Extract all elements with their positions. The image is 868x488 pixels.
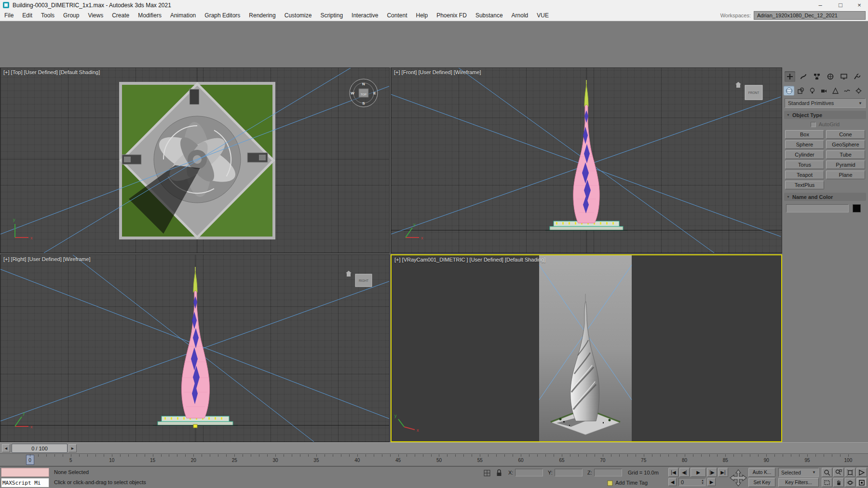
viewcube-top-face[interactable]: TOP <box>361 93 366 96</box>
add-time-tag-label[interactable]: Add Time Tag <box>615 480 648 486</box>
category-systems[interactable] <box>853 86 864 95</box>
transform-typein-mode-icon[interactable] <box>483 469 491 477</box>
viewport-front[interactable]: FRONT x y [+] [Front] [User Defined] [Wi… <box>391 67 782 253</box>
view-compass[interactable]: TOP N E S W <box>350 79 378 107</box>
torus-button[interactable]: Torus <box>785 160 824 169</box>
category-shapes[interactable] <box>795 86 806 95</box>
rollout-name-and-color[interactable]: ▼ Name and Color <box>784 193 866 201</box>
current-frame-field[interactable]: 0 ▲▼ <box>678 478 705 486</box>
geosphere-button[interactable]: GeoSphere <box>826 140 865 149</box>
go-to-start-button[interactable]: |◀ <box>668 468 678 477</box>
time-slider-handle[interactable]: 0 / 100 <box>12 444 68 453</box>
x-coordinate-field[interactable] <box>515 469 543 476</box>
category-geometry[interactable] <box>784 86 794 95</box>
menu-rendering[interactable]: Rendering <box>244 11 280 20</box>
menu-content[interactable]: Content <box>382 11 411 20</box>
compass-north[interactable]: N <box>362 82 365 86</box>
time-slider-next-button[interactable]: ▶ <box>68 444 77 452</box>
track-bar[interactable]: 0 5 10 15 20 25 30 35 40 45 50 55 60 65 … <box>0 454 868 466</box>
zoom-all-icon[interactable] <box>833 468 844 477</box>
key-filters-button[interactable]: Key Filters... <box>778 478 819 487</box>
category-cameras[interactable] <box>818 86 829 95</box>
maxscript-macro-recorder[interactable] <box>1 468 49 477</box>
field-of-view-icon[interactable] <box>856 468 867 477</box>
selection-lock-icon[interactable] <box>496 469 502 477</box>
tab-hierarchy[interactable] <box>812 71 822 82</box>
play-button[interactable]: ▶ <box>691 468 706 477</box>
category-spacewarps[interactable] <box>841 86 852 95</box>
key-filter-dropdown[interactable]: Selected▼ <box>778 468 819 477</box>
menu-customize[interactable]: Customize <box>280 11 316 20</box>
menu-arnold[interactable]: Arnold <box>507 11 533 20</box>
zoom-region-icon[interactable] <box>822 478 832 487</box>
viewport-right[interactable]: RIGHT x y [+] [Right] [User Defined] [Wi… <box>0 254 390 442</box>
zoom-extents-icon[interactable] <box>845 468 855 477</box>
close-button[interactable]: × <box>851 0 868 10</box>
viewport-top[interactable]: TOP N E S W x y [+] [Top] [User Defined]… <box>0 67 390 253</box>
plane-button[interactable]: Plane <box>826 171 865 179</box>
viewport-camera[interactable]: x y [+] [VRayCam001_DIMETRIC ] [User Def… <box>391 254 782 442</box>
menu-vue[interactable]: VUE <box>532 11 553 20</box>
menu-create[interactable]: Create <box>108 11 134 20</box>
object-name-field[interactable] <box>786 204 849 212</box>
previous-frame-button[interactable]: ◀| <box>679 468 690 477</box>
time-slider-bar[interactable]: ◀ 0 / 100 ▶ <box>0 442 868 454</box>
frame-spinner[interactable]: ▲▼ <box>701 479 704 485</box>
menu-graph-editors[interactable]: Graph Editors <box>200 11 244 20</box>
maxscript-mini-listener[interactable]: MAXScript Mi <box>1 478 49 488</box>
textplus-button[interactable]: TextPlus <box>785 181 824 189</box>
teapot-button[interactable]: Teapot <box>785 171 824 179</box>
add-time-tag-icon[interactable] <box>607 480 613 487</box>
menu-substance[interactable]: Substance <box>471 11 507 20</box>
frame-back-button[interactable]: ◀ <box>668 478 677 486</box>
cone-button[interactable]: Cone <box>826 130 865 139</box>
pyramid-button[interactable]: Pyramid <box>826 160 865 169</box>
viewport-label[interactable]: [+] [VRayCam001_DIMETRIC ] [User Defined… <box>394 257 545 263</box>
zoom-icon[interactable] <box>822 468 832 477</box>
z-coordinate-field[interactable] <box>594 469 622 476</box>
tab-utilities[interactable] <box>852 71 863 82</box>
viewcube-home-icon[interactable] <box>346 271 352 277</box>
viewcube[interactable]: FRONT <box>735 82 762 100</box>
go-to-end-button[interactable]: ▶| <box>718 468 728 477</box>
viewport-label[interactable]: [+] [Right] [User Defined] [Wireframe] <box>3 256 91 262</box>
autogrid-checkbox[interactable] <box>811 122 816 127</box>
workspace-dropdown[interactable]: Adrian_1920x1080_Dec_12_2021 <box>754 11 866 20</box>
tube-button[interactable]: Tube <box>826 150 865 159</box>
tab-motion[interactable] <box>825 71 836 82</box>
menu-help[interactable]: Help <box>411 11 432 20</box>
menu-file[interactable]: File <box>0 11 18 20</box>
compass-east[interactable]: E <box>373 91 376 95</box>
compass-west[interactable]: W <box>351 91 354 95</box>
tab-create[interactable] <box>785 71 795 82</box>
menu-scripting[interactable]: Scripting <box>316 11 347 20</box>
maximize-button[interactable]: □ <box>830 0 851 10</box>
auto-key-button[interactable]: Auto K... <box>748 468 775 477</box>
menu-interactive[interactable]: Interactive <box>347 11 382 20</box>
menu-edit[interactable]: Edit <box>18 11 37 20</box>
tower-wireframe[interactable] <box>573 80 599 223</box>
object-color-swatch[interactable] <box>853 204 861 212</box>
box-button[interactable]: Box <box>785 130 824 139</box>
menu-animation[interactable]: Animation <box>166 11 200 20</box>
next-frame-button[interactable]: |▶ <box>707 468 717 477</box>
sphere-button[interactable]: Sphere <box>785 140 824 149</box>
y-coordinate-field[interactable] <box>555 469 583 476</box>
set-key-button[interactable]: Set Key <box>748 478 775 487</box>
menu-phoenix-fd[interactable]: Phoenix FD <box>432 11 471 20</box>
viewport-label[interactable]: [+] [Top] [User Defined] [Default Shadin… <box>3 69 100 75</box>
menu-group[interactable]: Group <box>59 11 83 20</box>
tab-modify[interactable] <box>798 71 809 82</box>
primitives-category-dropdown[interactable]: Standard Primitives▼ <box>785 98 866 108</box>
menu-tools[interactable]: Tools <box>37 11 59 20</box>
tab-display[interactable] <box>839 71 849 82</box>
frame-forward-button[interactable]: ▶ <box>707 478 716 486</box>
time-slider-prev-button[interactable]: ◀ <box>2 444 10 452</box>
maximize-viewport-toggle[interactable] <box>856 478 867 487</box>
minimize-button[interactable]: – <box>810 0 830 10</box>
cylinder-button[interactable]: Cylinder <box>785 150 824 159</box>
viewcube-home-icon[interactable] <box>735 82 741 88</box>
menu-views[interactable]: Views <box>83 11 108 20</box>
compass-south[interactable]: S <box>362 101 365 106</box>
orbit-icon[interactable] <box>845 478 855 487</box>
